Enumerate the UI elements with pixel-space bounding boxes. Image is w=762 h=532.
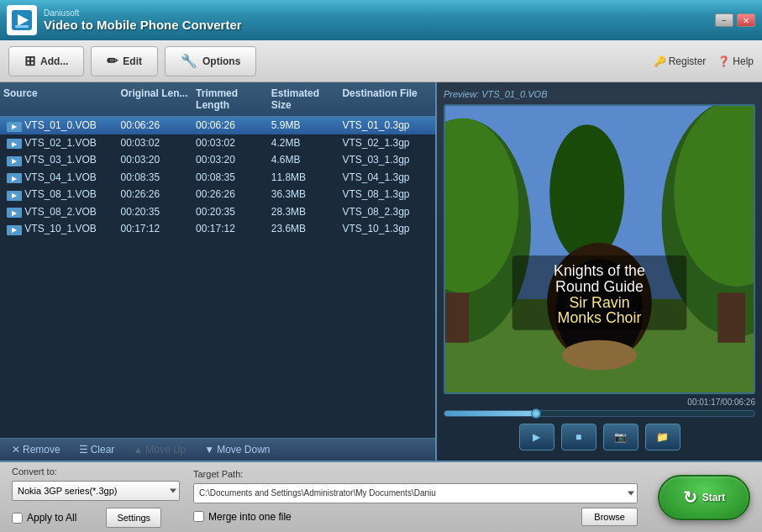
target-path-label: Target Path: [193, 469, 638, 479]
preview-title: Preview: VTS_01_0.VOB [444, 89, 755, 99]
edit-icon: ✏ [107, 53, 118, 69]
preview-progress-thumb[interactable] [531, 408, 541, 419]
file-trimmed: 00:03:02 [192, 136, 268, 150]
move-up-icon: ▲ [133, 444, 143, 456]
preview-scene: Knights of the Round Guide Sir Ravin Mon… [445, 106, 754, 392]
file-icon: ▶ [7, 122, 22, 132]
bottom-bar: Convert to: Nokia 3GP series(*.3gp)MP4 s… [0, 461, 762, 532]
svg-point-11 [549, 124, 624, 261]
file-original: 00:17:12 [117, 222, 192, 235]
browse-button[interactable]: Browse [581, 508, 638, 526]
help-button[interactable]: ❓ Help [717, 55, 754, 67]
file-source: ▶ VTS_10_1.VOB [0, 222, 117, 236]
key-icon: 🔑 [654, 55, 666, 67]
target-path-input[interactable] [193, 483, 638, 503]
file-estimated: 4.2MB [268, 136, 339, 150]
preview-video: Knights of the Round Guide Sir Ravin Mon… [444, 104, 755, 394]
convert-group: Convert to: Nokia 3GP series(*.3gp)MP4 s… [12, 466, 180, 528]
table-row[interactable]: ▶ VTS_04_1.VOB 00:08:35 00:08:35 11.8MB … [0, 169, 435, 187]
file-trimmed: 00:17:12 [192, 222, 268, 235]
remove-label: Remove [23, 444, 60, 456]
add-button[interactable]: ⊞ Add... [8, 46, 84, 76]
file-destination: VTS_01_0.3gp [339, 119, 435, 132]
table-row[interactable]: ▶ VTS_01_0.VOB 00:06:26 00:06:26 5.9MB V… [0, 117, 435, 134]
title-text-wrap: Daniusoft Video to Mobile Phone Converte… [44, 8, 242, 32]
camera-icon: 📷 [614, 431, 627, 443]
svg-text:Knights of the: Knights of the [554, 262, 645, 279]
file-source: ▶ VTS_01_0.VOB [0, 119, 117, 133]
start-label: Start [702, 492, 725, 503]
apply-all-group: Apply to All Settings [12, 508, 180, 528]
table-row[interactable]: ▶ VTS_10_1.VOB 00:17:12 00:17:12 23.6MB … [0, 220, 435, 238]
col-header-source: Source [0, 86, 117, 113]
target-path-group: Target Path: Merge into one file Browse [193, 469, 638, 526]
title-bar-left: Daniusoft Video to Mobile Phone Converte… [7, 5, 242, 35]
file-icon: ▶ [7, 208, 22, 218]
merge-wrap: Merge into one file [193, 511, 292, 523]
table-row[interactable]: ▶ VTS_03_1.VOB 00:03:20 00:03:20 4.6MB V… [0, 151, 435, 169]
convert-select[interactable]: Nokia 3GP series(*.3gp)MP4 series(*.mp4)… [12, 481, 180, 501]
remove-button[interactable]: ✕ Remove [7, 442, 66, 457]
svg-text:Round Guide: Round Guide [555, 278, 644, 295]
toolbar: ⊞ Add... ✏ Edit 🔧 Options 🔑 Register ❓ H… [0, 40, 762, 82]
file-original: 00:03:20 [117, 153, 192, 166]
start-button[interactable]: ↻ Start [658, 475, 750, 520]
clear-button[interactable]: ☰ Clear [74, 442, 120, 457]
folder-icon: 📁 [656, 431, 669, 443]
merge-checkbox[interactable] [193, 511, 204, 522]
target-path-input-wrap [193, 483, 638, 503]
file-estimated: 28.3MB [268, 205, 339, 219]
preview-progress-fill [444, 411, 538, 416]
options-button[interactable]: 🔧 Options [165, 46, 256, 76]
file-source: ▶ VTS_08_2.VOB [0, 205, 117, 219]
title-bar: Daniusoft Video to Mobile Phone Converte… [0, 0, 762, 40]
table-row[interactable]: ▶ VTS_08_1.VOB 00:26:26 00:26:26 36.3MB … [0, 186, 435, 203]
stop-icon: ■ [575, 431, 581, 443]
file-estimated: 5.9MB [268, 119, 339, 132]
apply-all-label: Apply to All [27, 512, 76, 524]
preview-panel: Preview: VTS_01_0.VOB [437, 82, 762, 461]
play-button[interactable]: ▶ [519, 424, 554, 450]
settings-button[interactable]: Settings [106, 508, 161, 528]
add-icon: ⊞ [24, 53, 35, 69]
folder-button[interactable]: 📁 [645, 424, 681, 450]
col-header-original: Original Len... [117, 86, 192, 113]
file-trimmed: 00:20:35 [192, 205, 268, 219]
clear-icon: ☰ [79, 444, 88, 456]
convert-select-wrap: Nokia 3GP series(*.3gp)MP4 series(*.mp4)… [12, 481, 180, 501]
file-source: ▶ VTS_03_1.VOB [0, 153, 117, 167]
move-up-label: Move Up [145, 444, 186, 456]
apply-all-checkbox[interactable] [12, 513, 23, 524]
screenshot-button[interactable]: 📷 [603, 424, 639, 450]
file-list-panel: Source Original Len... Trimmed Length Es… [0, 82, 437, 461]
table-row[interactable]: ▶ VTS_08_2.VOB 00:20:35 00:20:35 28.3MB … [0, 203, 435, 221]
preview-progress-bar[interactable] [444, 410, 755, 417]
svg-rect-2 [15, 25, 29, 28]
file-trimmed: 00:26:26 [192, 187, 268, 201]
remove-icon: ✕ [12, 444, 20, 456]
file-icon: ▶ [7, 225, 22, 235]
file-original: 00:03:02 [117, 136, 192, 150]
move-down-label: Move Down [217, 444, 270, 456]
main-content: Source Original Len... Trimmed Length Es… [0, 82, 762, 461]
app-logo [7, 5, 37, 35]
path-arrow-icon [628, 491, 634, 495]
edit-label: Edit [123, 55, 142, 67]
minimize-button[interactable]: − [715, 13, 733, 27]
svg-rect-10 [717, 292, 745, 342]
move-up-button[interactable]: ▲ Move Up [128, 442, 191, 457]
file-list-header: Source Original Len... Trimmed Length Es… [0, 82, 435, 117]
file-icon: ▶ [7, 139, 22, 149]
svg-point-14 [562, 340, 637, 371]
file-trimmed: 00:03:20 [192, 153, 268, 166]
options-label: Options [202, 55, 240, 67]
preview-controls: 00:01:17/00:06:26 ▶ ■ 📷 📁 [444, 394, 755, 454]
move-down-button[interactable]: ▼ Move Down [199, 442, 275, 457]
table-row[interactable]: ▶ VTS_02_1.VOB 00:03:02 00:03:02 4.2MB V… [0, 134, 435, 152]
stop-button[interactable]: ■ [561, 424, 596, 450]
register-button[interactable]: 🔑 Register [654, 55, 707, 67]
edit-button[interactable]: ✏ Edit [91, 46, 158, 76]
close-button[interactable]: ✕ [737, 13, 755, 27]
file-original: 00:08:35 [117, 171, 192, 184]
svg-text:Monks Choir: Monks Choir [558, 309, 642, 326]
